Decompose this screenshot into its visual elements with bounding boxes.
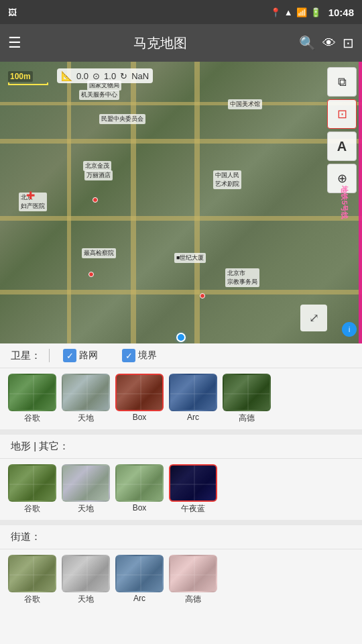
measure-bar[interactable]: 📐 0.0 ⊙ 1.0 ↻ NaN: [57, 68, 153, 83]
status-time: 10:48: [328, 7, 354, 18]
measure-icon-2: ⊙: [93, 71, 100, 81]
expand-button[interactable]: ⤢: [300, 305, 327, 331]
scroll-indicator: [176, 333, 186, 342]
wifi-icon: ▲: [284, 7, 293, 17]
tile-label-arc: Arc: [133, 594, 145, 603]
tile-label-google: 谷歌: [24, 594, 40, 605]
measure-icon-3: ↻: [120, 71, 127, 81]
satellite-section-header: 卫星： ✓ 路网 ✓ 境界: [0, 343, 362, 368]
tile-tiandi[interactable]: 天地: [62, 464, 110, 515]
road-checkbox-group: ✓ 路网: [63, 349, 98, 362]
tile-label-google: 谷歌: [24, 413, 40, 424]
tile-image-arc: [169, 374, 217, 411]
top-bar: ☰ 马克地图 🔍 👁 ⊡: [0, 24, 362, 62]
map-marker-3: [200, 293, 205, 299]
location-icon: 📍: [270, 7, 281, 17]
signal-icon: 📶: [296, 7, 307, 17]
tile-tiandi[interactable]: 天地: [62, 555, 110, 605]
app-title: 马克地图: [28, 34, 292, 52]
tile-image-google: [8, 555, 56, 592]
menu-icon[interactable]: ☰: [8, 34, 21, 52]
map-marker-1: [93, 197, 98, 203]
header-divider: [49, 349, 50, 362]
boundary-checkbox-group: ✓ 境界: [122, 349, 157, 362]
street-tiles-row: 谷歌 天地 Arc 高德: [0, 549, 362, 610]
tile-image-tiandi: [62, 464, 110, 502]
satellite-tiles-row: 谷歌 天地 Box Arc 高德: [0, 368, 362, 429]
street-title: 街道：: [11, 531, 41, 543]
section-divider-1: [0, 429, 362, 435]
font-button[interactable]: A: [327, 131, 357, 161]
tile-label-google: 谷歌: [24, 503, 40, 515]
battery-icon: 🔋: [310, 7, 321, 17]
tile-tiandi[interactable]: 天地: [62, 374, 110, 424]
map-toolbar: ⧉ ⊡ A ⊕: [327, 67, 357, 193]
tile-image-box: [115, 464, 164, 502]
road-horizontal-3: [0, 290, 362, 294]
tile-box[interactable]: Box: [115, 374, 164, 424]
eye-button[interactable]: 👁: [322, 36, 336, 51]
side-label: 地铁5号线: [339, 186, 349, 219]
map-container[interactable]: 国家文物局 机关服务中心 民盟中央委员会 中国美术馆 北京金茂 万丽酒店 北京妇…: [0, 62, 362, 343]
tile-label-tiandi: 天地: [78, 413, 94, 424]
frame-button[interactable]: ⊡: [343, 35, 354, 51]
tile-label-tiandi: 天地: [78, 503, 94, 515]
tile-label-tiandi: 天地: [78, 594, 94, 605]
scale-line: [8, 83, 48, 85]
bottom-panel: 卫星： ✓ 路网 ✓ 境界 谷歌 天地 Box Arc 高德 地形 | 其它： …: [0, 343, 362, 610]
search-button[interactable]: 🔍: [299, 35, 316, 51]
tile-label-gaode: 高德: [239, 413, 255, 424]
measure-value-2: 1.0: [104, 71, 116, 81]
tile-image-google: [8, 374, 56, 411]
road-label: 路网: [79, 350, 98, 362]
tile-box[interactable]: Box: [115, 464, 164, 515]
tile-arc[interactable]: Arc: [169, 374, 217, 424]
map-info-icon[interactable]: i: [342, 322, 357, 337]
map-marker-2: [88, 272, 94, 277]
tile-label-night: 午夜蓝: [181, 503, 205, 515]
measure-value-3: NaN: [131, 71, 149, 81]
road-horizontal-1: [0, 139, 362, 144]
tile-image-gaode: [169, 555, 217, 592]
tile-label-gaode: 高德: [185, 594, 201, 605]
subway-line: [359, 62, 362, 343]
red-btn[interactable]: ⊡: [327, 99, 357, 129]
tile-google[interactable]: 谷歌: [8, 555, 56, 605]
scale-bar: 100m: [8, 71, 48, 85]
road-horizontal-4: [0, 102, 362, 105]
copy-button[interactable]: ⧉: [327, 67, 357, 97]
section-divider-2: [0, 520, 362, 525]
tile-image-tiandi: [62, 374, 110, 411]
tile-google[interactable]: 谷歌: [8, 374, 56, 424]
boundary-label: 境界: [138, 350, 157, 362]
satellite-title: 卫星：: [11, 350, 41, 362]
tile-gaode[interactable]: 高德: [223, 374, 271, 424]
tile-night[interactable]: 午夜蓝: [169, 464, 217, 515]
road-horizontal-2: [0, 216, 362, 221]
status-bar: 🖼 📍 ▲ 📶 🔋 10:48: [0, 0, 362, 24]
tile-image-google: [8, 464, 56, 502]
street-section-header: 街道：: [0, 525, 362, 549]
tile-image-gaode: [223, 374, 271, 411]
tile-image-box: [115, 374, 164, 411]
terrain-title: 地形 | 其它：: [11, 440, 69, 453]
tile-image-tiandi: [62, 555, 110, 592]
tile-image-night: [169, 464, 217, 502]
tile-label-box: Box: [133, 413, 147, 422]
tile-arc[interactable]: Arc: [115, 555, 164, 605]
boundary-check-icon: ✓: [122, 349, 135, 362]
tile-label-arc: Arc: [187, 413, 199, 422]
terrain-tiles-row: 谷歌 天地 Box 午夜蓝: [0, 459, 362, 520]
measure-value-1: 0.0: [76, 71, 88, 81]
terrain-section-header: 地形 | 其它：: [0, 435, 362, 459]
boundary-checkbox[interactable]: ✓ 境界: [122, 349, 157, 362]
tile-image-arc: [115, 555, 164, 592]
tile-label-box: Box: [133, 503, 147, 513]
scale-label: 100m: [8, 71, 33, 82]
measure-icon-1: 📐: [61, 70, 72, 81]
tile-google[interactable]: 谷歌: [8, 464, 56, 515]
tile-gaode[interactable]: 高德: [169, 555, 217, 605]
road-checkbox[interactable]: ✓ 路网: [63, 349, 98, 362]
road-check-icon: ✓: [63, 349, 76, 362]
map-cross-marker: ✚: [24, 189, 36, 201]
